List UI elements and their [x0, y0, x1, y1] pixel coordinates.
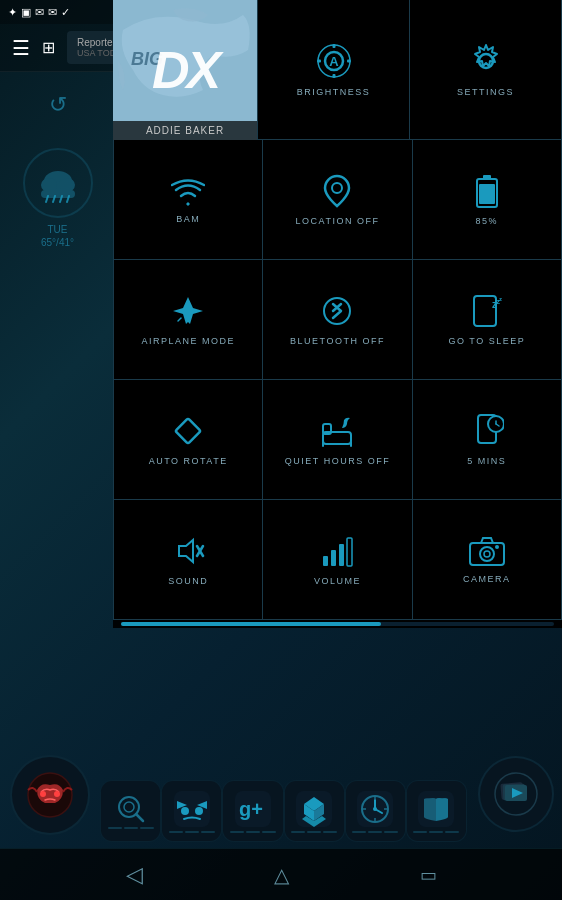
tile-quiet[interactable]: QUIET HOURS OFF: [263, 380, 412, 500]
tile-settings[interactable]: SETTINGS: [410, 0, 562, 140]
svg-point-18: [332, 183, 342, 193]
svg-rect-40: [339, 544, 344, 566]
tile-camera[interactable]: CAMERA: [413, 500, 562, 620]
svg-line-56: [136, 814, 143, 821]
media-circle[interactable]: [10, 755, 90, 835]
svg-point-45: [495, 545, 499, 549]
brightness-label: BRIGHTNESS: [297, 87, 371, 97]
volume-label: VOLUME: [314, 576, 361, 586]
camera-icon: [469, 536, 505, 566]
svg-text:z: z: [499, 296, 502, 302]
play-circle[interactable]: [478, 756, 554, 832]
volume-icon: [320, 534, 354, 568]
tile-airplane[interactable]: AIRPLANE MODE: [114, 260, 263, 380]
tiles-grid: BAM LOCATION OFF 85%: [113, 140, 562, 620]
battery-icon: [476, 174, 498, 208]
svg-rect-41: [347, 538, 352, 566]
hamburger-icon[interactable]: ☰: [12, 36, 30, 60]
dock-app-clock[interactable]: [345, 780, 406, 842]
svg-point-44: [484, 551, 490, 557]
dock-app-search[interactable]: [100, 780, 161, 842]
bam-label: BAM: [176, 214, 200, 224]
svg-rect-38: [323, 556, 328, 566]
svg-rect-16: [347, 59, 351, 62]
quick-settings-panel: BIG DX ADDIE BAKER A: [113, 0, 562, 628]
user-name: ADDIE BAKER: [113, 121, 257, 140]
svg-point-61: [195, 807, 203, 815]
svg-point-47: [40, 791, 46, 797]
shield-status-icon: ✓: [61, 6, 70, 19]
settings-icon: [468, 43, 504, 79]
weather-icon-circle: [23, 148, 93, 218]
email-status-icon: ✉: [48, 6, 57, 19]
tile-brightness[interactable]: A BRIGHTNESS: [258, 0, 410, 140]
grid-icon[interactable]: ⊞: [42, 38, 55, 57]
refresh-icon[interactable]: ↺: [49, 92, 67, 118]
dock-bar-search: [108, 827, 154, 829]
brightness-icon: A: [316, 43, 352, 79]
status-icons: ✦ ▣ ✉ ✉ ✓: [8, 6, 70, 19]
rotate-icon: [171, 414, 205, 448]
location-icon: [323, 174, 351, 208]
gmail-status-icon: ✉: [35, 6, 44, 19]
tile-battery[interactable]: 85%: [413, 140, 562, 260]
dock-bar-clock: [352, 831, 398, 833]
sleep-icon: z z z: [470, 294, 504, 328]
user-header: BIG DX ADDIE BAKER A: [113, 0, 562, 140]
dock-bar-book: [413, 831, 459, 833]
back-button[interactable]: ◁: [126, 862, 143, 888]
svg-point-48: [54, 791, 60, 797]
sound-label: SOUND: [168, 576, 208, 586]
svg-rect-13: [332, 44, 335, 48]
tile-timer[interactable]: 5 MINS: [413, 380, 562, 500]
airplane-label: AIRPLANE MODE: [141, 336, 235, 346]
quiet-icon: [320, 414, 354, 448]
svg-point-2: [59, 178, 75, 192]
avatar-image: BIG DX: [113, 0, 257, 140]
top-tiles: A BRIGHTNESS: [258, 0, 562, 139]
weather-section: TUE 65°/41°: [23, 138, 93, 248]
dock-bar-gplus: [230, 831, 276, 833]
sound-icon: [171, 534, 205, 568]
scroll-thumb: [121, 622, 381, 626]
wifi-icon: [171, 176, 205, 206]
dock-app-dropbox[interactable]: [284, 780, 345, 842]
svg-rect-14: [332, 74, 335, 78]
day-label: TUE: [23, 224, 93, 235]
tile-sleep[interactable]: z z z GO TO SLEEP: [413, 260, 562, 380]
tile-bam[interactable]: BAM: [114, 140, 263, 260]
home-button[interactable]: △: [274, 863, 289, 887]
camera-label: CAMERA: [463, 574, 511, 584]
svg-rect-57: [174, 791, 210, 827]
svg-rect-15: [317, 59, 321, 62]
timer-label: 5 MINS: [467, 456, 506, 466]
dropbox-status-icon: ✦: [8, 6, 17, 19]
svg-text:A: A: [329, 54, 339, 69]
avatar-dx-text: DX: [152, 40, 218, 100]
dock-app-book[interactable]: [406, 780, 467, 842]
dock-apps-row: g+: [100, 780, 467, 842]
tile-rotate[interactable]: AUTO ROTATE: [114, 380, 263, 500]
tile-sound[interactable]: SOUND: [114, 500, 263, 620]
bluetooth-icon: [323, 294, 351, 328]
dock-bar-dropbox: [291, 831, 337, 833]
svg-rect-3: [41, 190, 75, 198]
tile-location[interactable]: LOCATION OFF: [263, 140, 412, 260]
dock-app-gplus[interactable]: g+: [222, 780, 283, 842]
battery-label: 85%: [476, 216, 499, 226]
svg-point-1: [41, 178, 57, 192]
svg-rect-20: [483, 175, 491, 180]
recent-button[interactable]: ▭: [420, 864, 437, 886]
airplane-icon: [171, 294, 205, 328]
sleep-label: GO TO SLEEP: [448, 336, 525, 346]
dock-bar-villain: [169, 831, 215, 833]
timer-icon: [470, 414, 504, 448]
location-label: LOCATION OFF: [296, 216, 380, 226]
quiet-label: QUIET HOURS OFF: [285, 456, 390, 466]
tile-volume[interactable]: VOLUME: [263, 500, 412, 620]
tile-bluetooth[interactable]: BLUETOOTH OFF: [263, 260, 412, 380]
scroll-bar[interactable]: [121, 622, 554, 626]
image-status-icon: ▣: [21, 6, 31, 19]
svg-point-22: [324, 298, 350, 324]
dock-app-villain[interactable]: [161, 780, 222, 842]
